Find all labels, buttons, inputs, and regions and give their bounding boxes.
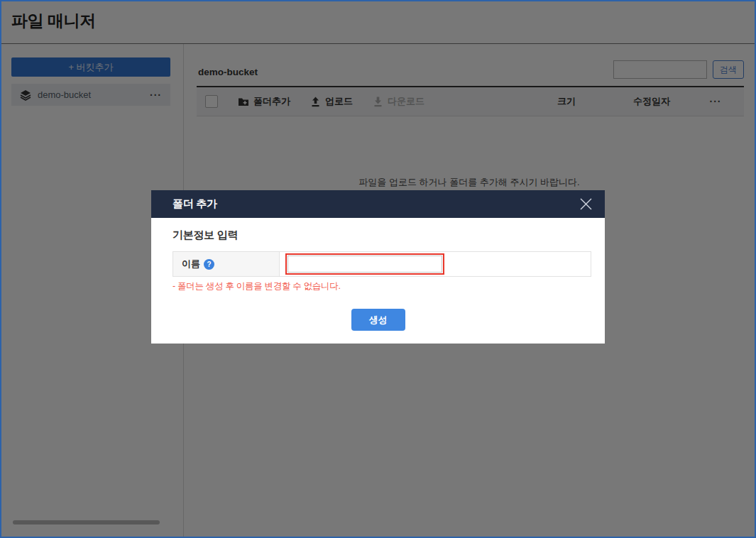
- input-error-outline: [285, 253, 444, 275]
- close-icon[interactable]: [579, 197, 593, 212]
- folder-name-form-row: 이름 ?: [172, 251, 591, 277]
- help-icon[interactable]: ?: [204, 259, 214, 270]
- folder-name-label: 이름: [182, 258, 200, 270]
- modal-title: 폴더 추가: [172, 197, 217, 211]
- folder-name-warning: - 폴더는 생성 후 이름을 변경할 수 없습니다.: [172, 280, 341, 292]
- folder-name-label-cell: 이름 ?: [173, 252, 280, 276]
- modal-body: 기본정보 입력 이름 ? - 폴더는 생성 후 이름을 변경할 수 없습니다. …: [151, 218, 605, 344]
- modal-header: 폴더 추가: [151, 190, 605, 218]
- modal-section-title: 기본정보 입력: [172, 229, 238, 242]
- folder-name-input[interactable]: [287, 256, 442, 273]
- create-button[interactable]: 생성: [351, 309, 405, 331]
- file-manager-page: 파일 매니저 + 버킷추가 demo-bucket ··· demo-bucke…: [0, 0, 756, 538]
- folder-name-input-cell: [280, 252, 591, 276]
- add-folder-modal: 폴더 추가 기본정보 입력 이름 ?: [151, 190, 605, 344]
